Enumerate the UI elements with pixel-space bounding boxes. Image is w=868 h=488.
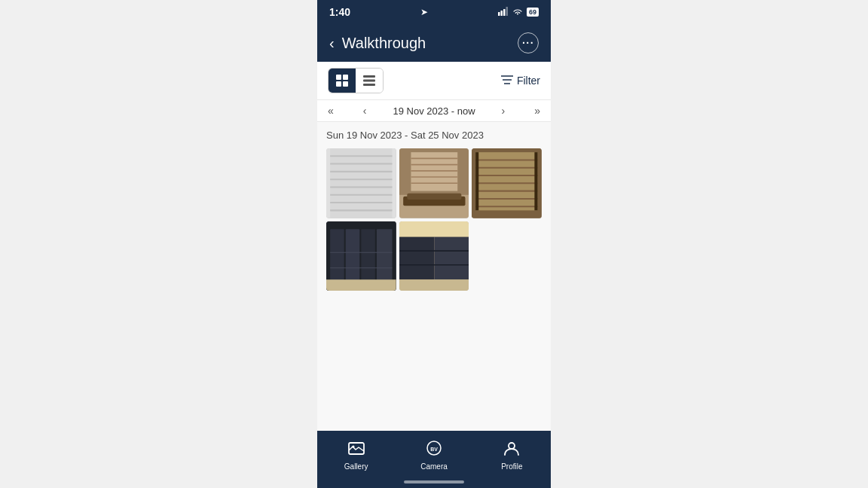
svg-point-63 [352, 446, 354, 448]
svg-rect-0 [498, 12, 500, 16]
date-prev-button[interactable]: ‹ [360, 105, 370, 117]
status-icons: 69 [498, 7, 539, 17]
photo-1[interactable] [326, 148, 396, 218]
svg-rect-15 [330, 148, 392, 218]
svg-rect-49 [346, 229, 360, 283]
filter-button[interactable]: Filter [501, 75, 540, 87]
tab-camera[interactable]: BV Camera [395, 441, 472, 471]
photo-3[interactable] [472, 148, 542, 218]
svg-rect-61 [399, 279, 469, 291]
list-view-button[interactable] [356, 69, 383, 93]
camera-tab-label: Camera [420, 462, 448, 471]
svg-rect-8 [363, 75, 375, 78]
svg-rect-36 [475, 152, 537, 210]
gallery-tab-label: Gallery [344, 462, 368, 471]
battery-icon: 69 [527, 8, 539, 17]
date-last-button[interactable]: » [531, 105, 543, 117]
svg-rect-6 [336, 81, 341, 87]
gallery-date-range: Sun 19 Nov 2023 - Sat 25 Nov 2023 [326, 130, 542, 141]
signal-icon [498, 7, 509, 17]
wifi-icon [512, 8, 523, 17]
status-bar: 1:40 ➤ 69 [317, 0, 551, 24]
gallery-tab-icon [348, 441, 365, 460]
svg-rect-1 [500, 11, 503, 16]
svg-rect-48 [330, 229, 344, 283]
photo-grid-row1 [326, 148, 542, 218]
date-range-nav: 19 Nov 2023 - now [393, 105, 475, 117]
home-bar [404, 480, 464, 483]
svg-text:BV: BV [430, 447, 438, 452]
svg-rect-54 [326, 279, 396, 291]
status-location-icon: ➤ [420, 7, 428, 17]
photo-2[interactable] [399, 148, 469, 218]
date-navigation: « ‹ 19 Nov 2023 - now › » [317, 100, 551, 122]
svg-rect-57 [399, 236, 434, 279]
profile-tab-label: Profile [501, 462, 522, 471]
toolbar: Filter [317, 62, 551, 100]
svg-rect-7 [343, 81, 348, 87]
home-indicator [317, 477, 551, 488]
phone-frame: 1:40 ➤ 69 ‹ Walkthrou [317, 0, 551, 488]
back-button[interactable]: ‹ [329, 35, 335, 52]
svg-rect-56 [399, 221, 469, 237]
svg-rect-3 [506, 7, 508, 16]
photo-5[interactable] [399, 221, 469, 291]
svg-rect-5 [343, 75, 348, 80]
svg-rect-9 [363, 80, 375, 82]
grid-view-button[interactable] [329, 69, 356, 93]
tab-gallery[interactable]: Gallery [317, 441, 395, 471]
svg-rect-2 [503, 9, 506, 16]
svg-rect-33 [407, 194, 461, 200]
nav-header: ‹ Walkthrough ··· [317, 24, 551, 62]
svg-point-66 [509, 443, 515, 449]
profile-tab-icon [503, 441, 520, 460]
svg-rect-45 [535, 152, 538, 210]
camera-tab-icon: BV [426, 441, 442, 460]
tab-profile[interactable]: Profile [473, 441, 551, 471]
filter-icon [501, 75, 513, 87]
photo-grid-row2 [326, 221, 542, 291]
view-toggle [328, 68, 384, 93]
svg-rect-51 [377, 229, 393, 283]
status-time: 1:40 [329, 6, 350, 18]
bottom-tab-bar: Gallery BV Camera Profile [317, 431, 551, 477]
gallery-section: Sun 19 Nov 2023 - Sat 25 Nov 2023 [317, 122, 551, 298]
page-title: Walkthrough [342, 35, 518, 52]
svg-rect-4 [336, 75, 341, 80]
date-next-button[interactable]: › [499, 105, 509, 117]
date-first-button[interactable]: « [325, 105, 337, 117]
content-area: Filter « ‹ 19 Nov 2023 - now › » Sun 19 … [317, 62, 551, 431]
svg-rect-44 [475, 152, 478, 210]
more-button[interactable]: ··· [518, 32, 539, 53]
svg-rect-10 [363, 84, 375, 86]
svg-rect-50 [361, 229, 375, 283]
photo-placeholder [472, 221, 542, 291]
photo-4[interactable] [326, 221, 396, 291]
filter-label: Filter [517, 75, 540, 87]
svg-rect-58 [434, 236, 469, 279]
